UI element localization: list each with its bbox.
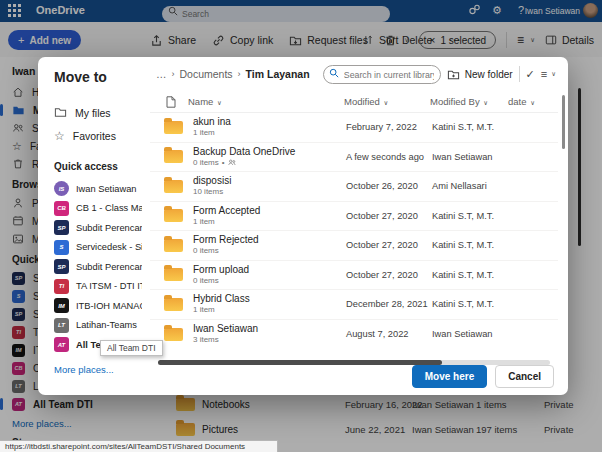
move-to-dialog: Move to My files ☆ Favorites Quick acces…	[38, 57, 568, 395]
folder-list: akun ina1 item February 7, 2022 Katini S…	[150, 113, 558, 349]
library-search[interactable]	[323, 64, 441, 85]
shared-people-icon	[228, 159, 236, 166]
tooltip: All Team DTI	[100, 340, 163, 356]
site-icon: IS	[54, 181, 69, 196]
modified-by: Iwan Setiawan	[432, 329, 510, 339]
folder-name: Hybrid Class	[193, 293, 346, 305]
search-icon	[329, 68, 339, 78]
modified-by: Katini S.T, M.T.	[432, 299, 510, 309]
folder-name: Form Rejected	[193, 234, 346, 246]
modified-date: A few seconds ago	[346, 152, 432, 162]
select-toggle-icon[interactable]: ✓	[526, 68, 535, 81]
dialog-more-places-link[interactable]: More places...	[54, 364, 142, 375]
folder-name: Iwan Setiawan	[193, 323, 346, 335]
column-modified[interactable]: Modified ∨	[344, 96, 430, 107]
modified-date: February 7, 2022	[346, 122, 432, 132]
breadcrumb-current[interactable]: Tim Layanan	[246, 68, 310, 80]
folder-row[interactable]: Hybrid Class1 item December 28, 2021 Kat…	[150, 290, 558, 320]
cancel-button[interactable]: Cancel	[495, 365, 554, 388]
folder-row[interactable]: disposisi10 items October 26, 2020 Ami N…	[150, 172, 558, 202]
document-icon	[166, 96, 176, 108]
modified-by: Katini S.T, M.T.	[432, 240, 510, 250]
folder-row[interactable]: Form Rejected0 items October 27, 2020 Ka…	[150, 231, 558, 261]
vertical-scrollbar[interactable]	[562, 95, 565, 149]
site-icon: LT	[54, 318, 69, 333]
modified-date: October 27, 2020	[346, 240, 432, 250]
site-icon: S	[54, 240, 69, 255]
dialog-footer: Move here Cancel	[150, 357, 568, 395]
browser-status-bar: https://itbdsti.sharepoint.com/sites/All…	[0, 440, 278, 452]
dialog-destination-item[interactable]: IMITB-IOH MANAGE SERVI...	[54, 296, 142, 316]
chevron-right-icon: ›	[238, 69, 241, 79]
site-icon: AT	[54, 337, 69, 352]
folder-icon	[164, 209, 183, 222]
site-icon: SP	[54, 259, 69, 274]
breadcrumb-parent[interactable]: Documents	[180, 68, 233, 80]
folder-row[interactable]: Form upload0 items October 27, 2020 Kati…	[150, 261, 558, 291]
folder-icon	[164, 121, 183, 134]
column-date[interactable]: date ∨	[508, 96, 558, 107]
dialog-nav-my-files[interactable]: My files	[54, 101, 142, 124]
library-search-input[interactable]	[323, 65, 441, 84]
dialog-destination-item[interactable]: LTLatihan-Teams	[54, 316, 142, 336]
folder-icon	[164, 150, 183, 163]
dialog-destination-nav: Move to My files ☆ Favorites Quick acces…	[38, 57, 150, 395]
status-url: https://itbdsti.sharepoint.com/sites/All…	[5, 442, 245, 451]
dialog-folder-browser: … › Documents › Tim Layanan New folder ✓…	[150, 57, 568, 395]
folder-name: Form upload	[193, 264, 346, 276]
breadcrumb: … › Documents › Tim Layanan	[156, 68, 310, 80]
modified-by: Katini S.T, M.T.	[432, 211, 510, 221]
folder-name: akun ina	[193, 116, 346, 128]
modified-by: Katini S.T, M.T.	[432, 122, 510, 132]
move-here-button[interactable]: Move here	[412, 365, 487, 388]
chevron-down-icon: ∨	[551, 70, 556, 78]
modified-date: October 27, 2020	[346, 211, 432, 221]
breadcrumb-overflow[interactable]: …	[156, 68, 167, 80]
dialog-destination-item[interactable]: SPSubdit Perencanaan dan...	[54, 218, 142, 238]
folder-icon	[164, 239, 183, 252]
dialog-destination-item[interactable]: CBCB 1 - Class Materials	[54, 199, 142, 219]
dialog-view-switcher[interactable]: ≡∨	[541, 68, 556, 80]
star-icon: ☆	[54, 129, 65, 143]
chevron-right-icon: ›	[172, 69, 175, 79]
modified-by: Ami Nellasari	[432, 181, 510, 191]
folder-icon	[164, 268, 183, 281]
folder-icon	[164, 328, 183, 341]
folder-name: disposisi	[193, 175, 346, 187]
dialog-destination-item[interactable]: TITA ITSM - DTI ITB	[54, 277, 142, 297]
folder-row[interactable]: Form Accepted1 item October 27, 2020 Kat…	[150, 202, 558, 232]
divider	[519, 66, 520, 82]
folder-icon	[164, 298, 183, 311]
dialog-destination-item[interactable]: SPSubdit Perencanaan dan...	[54, 257, 142, 277]
folder-name: Backup Data OneDrive	[193, 146, 346, 158]
modified-date: August 7, 2022	[346, 329, 432, 339]
dialog-quick-access-label: Quick access	[54, 161, 142, 172]
modified-by: Katini S.T, M.T.	[432, 270, 510, 280]
site-icon: CB	[54, 201, 69, 216]
new-folder-button[interactable]: New folder	[447, 68, 513, 81]
modified-by: Iwan Setiawan	[432, 152, 510, 162]
dialog-destination-item[interactable]: SServicedesk - Site Assets	[54, 238, 142, 258]
column-modified-by[interactable]: Modified By ∨	[430, 96, 508, 107]
modified-date: December 28, 2021	[346, 299, 432, 309]
site-icon: IM	[54, 298, 69, 313]
site-icon: SP	[54, 220, 69, 235]
column-headers: Name ∨ Modified ∨ Modified By ∨ date ∨	[150, 91, 558, 113]
dialog-title: Move to	[54, 69, 142, 85]
modified-date: October 26, 2020	[346, 181, 432, 191]
folder-name: Form Accepted	[193, 205, 346, 217]
column-name[interactable]: Name ∨	[188, 96, 344, 107]
site-icon: TI	[54, 279, 69, 294]
folder-icon	[164, 180, 183, 193]
folder-row[interactable]: Iwan Setiawan3 items August 7, 2022 Iwan…	[150, 320, 558, 350]
folder-row[interactable]: akun ina1 item February 7, 2022 Katini S…	[150, 113, 558, 143]
dialog-destination-item[interactable]: ISIwan Setiawan	[54, 179, 142, 199]
modified-date: October 27, 2020	[346, 270, 432, 280]
folder-row[interactable]: Backup Data OneDrive 0 items• A few seco…	[150, 143, 558, 173]
dialog-nav-favorites[interactable]: ☆ Favorites	[54, 124, 142, 147]
